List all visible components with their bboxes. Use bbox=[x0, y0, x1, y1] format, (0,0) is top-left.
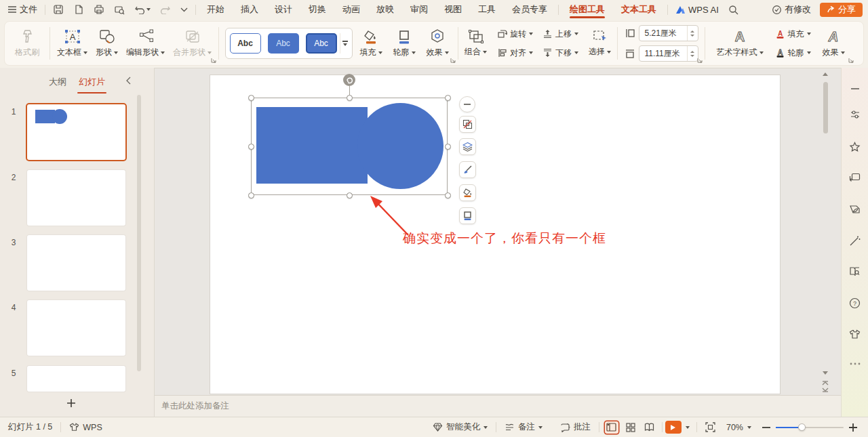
selection-handle[interactable] bbox=[347, 95, 353, 101]
wps-skin-button[interactable]: WPS bbox=[64, 417, 107, 437]
rotate-button[interactable]: 旋转 bbox=[494, 26, 536, 42]
search-button[interactable] bbox=[724, 0, 743, 19]
slideshow-play-button[interactable] bbox=[665, 421, 682, 434]
tab-tools[interactable]: 工具 bbox=[470, 0, 504, 19]
merge-shapes-button[interactable]: 合并形状 bbox=[170, 24, 215, 63]
slide-thumbnail-1-selected[interactable] bbox=[27, 104, 125, 160]
fit-slide-button[interactable] bbox=[700, 417, 721, 437]
align-button[interactable]: 对齐 bbox=[494, 45, 536, 61]
help-button[interactable]: ? bbox=[846, 294, 864, 312]
collapse-sidebar-button[interactable] bbox=[846, 80, 864, 98]
selection-handle[interactable] bbox=[347, 192, 353, 199]
add-slide-button[interactable] bbox=[61, 394, 81, 412]
height-stepper[interactable] bbox=[687, 26, 698, 41]
zoom-slider[interactable] bbox=[776, 427, 844, 428]
design-tools-button[interactable] bbox=[846, 201, 864, 218]
smart-beautify-button[interactable]: 智能美化 bbox=[427, 417, 493, 437]
redo-button[interactable] bbox=[155, 0, 176, 19]
slide-thumbnail-5[interactable] bbox=[27, 366, 125, 392]
notes-button[interactable]: 备注 bbox=[499, 417, 548, 437]
slide-canvas[interactable]: 确实变成一个了，你看只有一个框 bbox=[155, 68, 841, 395]
skin-settings-button[interactable] bbox=[846, 325, 864, 343]
undo-dropdown-arrow[interactable] bbox=[146, 8, 151, 11]
shape-fill-button[interactable]: 填充 bbox=[357, 24, 386, 63]
select-button[interactable]: 选择 bbox=[585, 24, 614, 63]
zoom-level-dropdown[interactable]: 70% bbox=[721, 417, 757, 437]
tab-transition[interactable]: 切换 bbox=[300, 0, 334, 19]
share-button[interactable]: 分享 bbox=[820, 3, 863, 17]
selection-handle[interactable] bbox=[445, 144, 451, 150]
effects-star-button[interactable] bbox=[846, 138, 864, 156]
previous-slide-icon[interactable] bbox=[822, 379, 829, 386]
print-button[interactable] bbox=[89, 0, 109, 19]
dialog-launcher-icon[interactable] bbox=[450, 58, 456, 63]
rotate-handle[interactable] bbox=[343, 74, 355, 86]
shape-style-option-2[interactable]: Abc bbox=[268, 33, 299, 54]
tab-review[interactable]: 审阅 bbox=[402, 0, 436, 19]
scroll-up-icon[interactable] bbox=[823, 72, 828, 76]
tab-animation[interactable]: 动画 bbox=[334, 0, 368, 19]
outline-color-button[interactable] bbox=[459, 207, 476, 224]
height-value[interactable]: 5.21厘米 bbox=[639, 28, 687, 39]
selection-handle[interactable] bbox=[445, 192, 451, 199]
shape-effects-button[interactable]: 效果 bbox=[423, 24, 452, 63]
bring-forward-button[interactable]: 上移 bbox=[540, 26, 581, 42]
text-outline-button[interactable]: A 轮廓 bbox=[772, 45, 814, 61]
text-box-button[interactable]: A 文本框 bbox=[54, 24, 91, 63]
export-button[interactable] bbox=[68, 0, 89, 19]
slide-sorter-view-button[interactable] bbox=[624, 421, 637, 434]
zoom-in-button[interactable] bbox=[844, 417, 863, 437]
dialog-launcher-icon[interactable] bbox=[211, 58, 216, 63]
tab-slideshow[interactable]: 放映 bbox=[368, 0, 402, 19]
width-input[interactable]: 11.11厘米 bbox=[639, 45, 698, 62]
file-menu-button[interactable]: 文件 bbox=[3, 0, 42, 19]
object-properties-button[interactable] bbox=[846, 106, 864, 123]
fill-color-button[interactable] bbox=[459, 184, 476, 201]
edit-shape-button[interactable]: 编辑形状 bbox=[123, 24, 168, 63]
tab-home[interactable]: 开始 bbox=[199, 0, 233, 19]
selection-handle[interactable] bbox=[445, 95, 451, 101]
text-fill-button[interactable]: A 填充 bbox=[772, 26, 814, 42]
text-effects-button[interactable]: A 效果 bbox=[819, 24, 848, 63]
zoom-slider-knob[interactable] bbox=[798, 423, 806, 431]
tab-text-tools[interactable]: 文本工具 bbox=[613, 0, 665, 19]
print-preview-button[interactable] bbox=[109, 0, 130, 19]
canvas-scrollbar-thumb[interactable] bbox=[823, 82, 828, 133]
reading-view-button[interactable] bbox=[643, 421, 656, 434]
tab-drawing-tools[interactable]: 绘图工具 bbox=[561, 0, 613, 19]
format-painter-button[interactable]: 格式刷 bbox=[12, 24, 43, 63]
more-options-button[interactable] bbox=[846, 355, 864, 373]
selection-handle[interactable] bbox=[248, 192, 254, 199]
animation-pane-button[interactable] bbox=[846, 169, 864, 187]
dialog-launcher-icon[interactable] bbox=[697, 58, 703, 63]
outline-tab[interactable]: 大纲 bbox=[47, 73, 68, 91]
canvas-scrollbar[interactable] bbox=[822, 68, 829, 396]
tab-design[interactable]: 设计 bbox=[267, 0, 300, 19]
send-backward-button[interactable]: 下移 bbox=[540, 45, 581, 61]
selection-handle[interactable] bbox=[248, 144, 254, 150]
scroll-down-icon[interactable] bbox=[823, 371, 828, 375]
comments-button[interactable]: 批注 bbox=[555, 417, 596, 437]
slides-tab[interactable]: 幻灯片 bbox=[77, 73, 106, 91]
save-button[interactable] bbox=[48, 0, 68, 19]
selection-bounding-box[interactable] bbox=[251, 98, 448, 195]
wps-ai-button[interactable]: WPS AI bbox=[671, 0, 724, 19]
shapes-button[interactable]: 形状 bbox=[92, 24, 121, 63]
research-pane-button[interactable] bbox=[846, 263, 864, 280]
collapse-panel-button[interactable] bbox=[124, 76, 135, 87]
magic-wand-button[interactable] bbox=[846, 232, 864, 249]
width-stepper[interactable] bbox=[687, 46, 698, 61]
tab-insert[interactable]: 插入 bbox=[233, 0, 267, 19]
width-value[interactable]: 11.11厘米 bbox=[639, 48, 687, 60]
normal-view-button[interactable] bbox=[605, 421, 618, 434]
shape-style-option-1[interactable]: Abc bbox=[230, 33, 261, 54]
slide-thumbnail-4[interactable] bbox=[27, 300, 125, 356]
tab-member[interactable]: 会员专享 bbox=[504, 0, 555, 19]
slide-thumbnail-3[interactable] bbox=[27, 235, 125, 291]
modified-status[interactable]: 有修改 bbox=[767, 0, 816, 19]
next-slide-icon[interactable] bbox=[822, 388, 829, 394]
layer-order-button[interactable] bbox=[459, 138, 476, 155]
play-options-dropdown[interactable] bbox=[682, 417, 694, 437]
selection-handle[interactable] bbox=[248, 95, 254, 101]
zoom-out-button[interactable] bbox=[757, 417, 776, 437]
